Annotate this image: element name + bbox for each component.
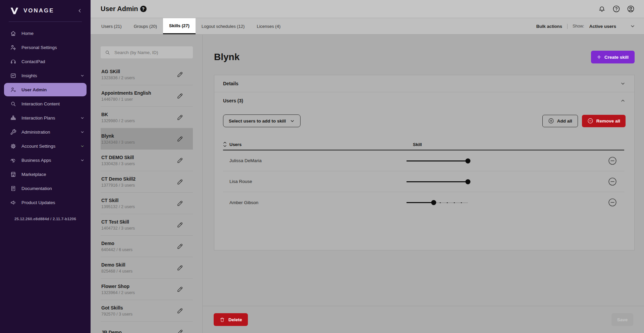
tabbar-right: Bulk actions Show: Active users	[536, 18, 644, 34]
skill-list-item[interactable]: CT Demo Skill21377916 / 3 users	[101, 171, 193, 193]
chevron-down-icon[interactable]	[80, 116, 85, 120]
accordion-users[interactable]: Users (3)	[214, 92, 634, 109]
sidebar-item-account-settings[interactable]: Account Settings	[0, 139, 91, 153]
chevron-down-icon[interactable]	[630, 23, 635, 29]
skill-slider[interactable]	[407, 200, 468, 205]
sidebar-item-interaction-content[interactable]: Interaction Content	[0, 97, 91, 111]
tab-users[interactable]: Users (21)	[95, 18, 128, 34]
edit-pencil-icon[interactable]	[176, 221, 183, 228]
chevron-down-icon[interactable]	[80, 144, 85, 148]
skill-list-item[interactable]: JB Demo	[101, 322, 193, 333]
show-filter-value[interactable]: Active users	[589, 24, 616, 29]
chevron-down-icon[interactable]	[80, 130, 85, 134]
sidebar-item-label: Interaction Plans	[21, 115, 55, 121]
slider-fill	[407, 181, 468, 182]
sidebar-item-marketplace[interactable]: Marketplace	[0, 167, 91, 181]
delete-button[interactable]: Delete	[214, 313, 248, 326]
skill-list-item[interactable]: AG SKill1323836 / 2 users	[101, 64, 193, 85]
account-icon[interactable]	[627, 5, 635, 13]
slider-knob[interactable]	[466, 179, 471, 184]
skill-list-item[interactable]: CT DEMO Skill1330428 / 3 users	[101, 150, 193, 171]
chevron-down-icon[interactable]	[80, 158, 85, 162]
accordion-details[interactable]: Details	[214, 75, 634, 92]
create-skill-label: Create skill	[604, 55, 629, 60]
wrench-icon	[10, 129, 16, 135]
page-title: User Admin	[101, 5, 138, 13]
remove-user-icon[interactable]	[608, 198, 624, 207]
skill-title: Blynk	[214, 52, 239, 62]
remove-user-icon[interactable]	[608, 156, 624, 165]
edit-pencil-icon[interactable]	[176, 114, 183, 121]
add-all-button[interactable]: Add all	[542, 115, 578, 127]
brand-name: VONAGE	[23, 7, 54, 14]
sidebar-item-business-apps[interactable]: Business Apps	[0, 153, 91, 167]
sidebar-item-contactpad[interactable]: ContactPad	[0, 54, 91, 68]
skill-list-item[interactable]: Appointments English1446780 / 1 user	[101, 85, 193, 107]
slider-knob[interactable]	[466, 158, 471, 163]
megaphone-icon	[10, 199, 16, 206]
select-users-dropdown[interactable]: Select users to add to skill	[223, 114, 301, 127]
edit-pencil-icon[interactable]	[176, 178, 183, 185]
search-input[interactable]	[114, 50, 189, 55]
bell-icon[interactable]	[598, 5, 606, 13]
user-name: Julissa DeMaria	[223, 158, 407, 163]
create-skill-button[interactable]: + Create skill	[591, 51, 635, 63]
skill-list-item[interactable]: BK1329980 / 2 users	[101, 107, 193, 128]
skill-slider[interactable]	[407, 179, 468, 184]
remove-all-button[interactable]: Remove all	[582, 115, 626, 127]
edit-pencil-icon[interactable]	[176, 157, 183, 164]
select-users-label: Select users to add to skill	[229, 118, 286, 124]
sidebar-item-personal-settings[interactable]: Personal Settings	[0, 40, 91, 54]
edit-pencil-icon[interactable]	[176, 200, 183, 207]
sidebar-divider	[9, 21, 82, 22]
help-icon[interactable]	[612, 5, 620, 13]
chevron-down-icon[interactable]	[80, 74, 85, 78]
skill-list-item[interactable]: CT Test Skill1404732 / 3 users	[101, 214, 193, 236]
skill-list-item[interactable]: Demo Skill825468 / 4 users	[101, 257, 193, 279]
edit-pencil-icon[interactable]	[176, 307, 183, 314]
save-button[interactable]: Save	[611, 313, 633, 326]
person-settings-icon	[10, 44, 16, 51]
delete-label: Delete	[228, 317, 242, 322]
sidebar-item-interaction-plans[interactable]: Interaction Plans	[0, 111, 91, 125]
remove-all-label: Remove all	[596, 118, 620, 124]
skill-list-item[interactable]: Blynk1324348 / 3 users	[101, 128, 193, 150]
sidebar-item-documentation[interactable]: Documentation	[0, 181, 91, 195]
sort-icon[interactable]	[223, 141, 227, 147]
tab-skills[interactable]: Skills (27)	[163, 18, 196, 34]
tab-licenses[interactable]: Licenses (4)	[251, 18, 286, 34]
edit-pencil-icon[interactable]	[176, 71, 183, 78]
skill-list-item[interactable]: CT Skill1395132 / 2 users	[101, 193, 193, 214]
edit-pencil-icon[interactable]	[176, 329, 183, 333]
bottom-action-bar: Delete Save	[203, 306, 644, 333]
edit-pencil-icon[interactable]	[176, 264, 183, 271]
edit-pencil-icon[interactable]	[176, 243, 183, 250]
sidebar-item-label: Insights	[21, 73, 37, 78]
col-users-header[interactable]: Users	[229, 142, 241, 147]
sidebar: VONAGE HomePersonal SettingsContactPadIn…	[0, 0, 91, 333]
topbar: User Admin ?	[91, 0, 644, 18]
skill-list: AG SKill1323836 / 2 usersAppointments En…	[101, 64, 193, 333]
skill-slider[interactable]	[407, 158, 468, 163]
remove-user-icon[interactable]	[608, 177, 624, 186]
edit-pencil-icon[interactable]	[176, 286, 183, 293]
sidebar-item-product-updates[interactable]: Product Updates	[0, 195, 91, 209]
handshake-icon	[10, 157, 16, 163]
tab-logout-schedules[interactable]: Logout schedules (12)	[196, 18, 251, 34]
title-help-icon[interactable]: ?	[140, 6, 147, 12]
sidebar-item-administration[interactable]: Administration	[0, 125, 91, 139]
bulk-actions-button[interactable]: Bulk actions	[536, 24, 562, 29]
sidebar-item-insights[interactable]: Insights	[0, 68, 91, 83]
chevron-left-icon[interactable]	[77, 8, 83, 13]
chevron-down-icon	[620, 81, 626, 86]
slider-knob[interactable]	[431, 200, 436, 205]
sidebar-item-user-admin[interactable]: User Admin	[4, 83, 87, 96]
edit-pencil-icon[interactable]	[176, 92, 183, 99]
skill-list-item[interactable]: Got Skills792570 / 3 users	[101, 300, 193, 322]
skill-list-item[interactable]: Demo640442 / 6 users	[101, 236, 193, 257]
edit-pencil-icon[interactable]	[176, 135, 183, 142]
topbar-icons	[598, 5, 635, 13]
skill-list-item[interactable]: Flower Shop1323964 / 2 users	[101, 279, 193, 300]
sidebar-item-home[interactable]: Home	[0, 26, 91, 40]
tab-groups[interactable]: Groups (20)	[128, 18, 163, 34]
